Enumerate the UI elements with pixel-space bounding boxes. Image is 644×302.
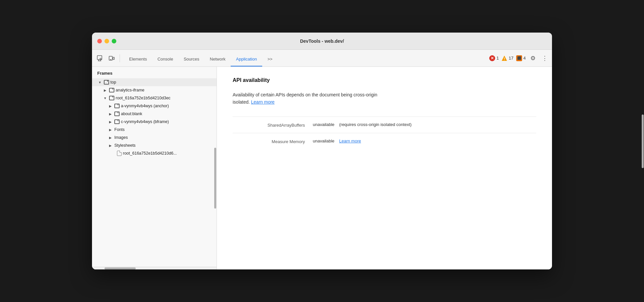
tree-item-top[interactable]: ▼ top <box>92 78 217 86</box>
error-icon: ✕ <box>489 55 495 61</box>
tab-bar: Elements Console Sources Network Applica… <box>124 50 278 66</box>
settings-button[interactable]: ⚙ <box>528 54 538 63</box>
frame-icon-top <box>104 80 109 85</box>
tree-item-images[interactable]: ▶ Images <box>92 134 217 141</box>
tab-console[interactable]: Console <box>152 52 178 66</box>
info-icon: ⬛ <box>516 55 522 61</box>
frame-icon-anchor <box>114 104 120 108</box>
sidebar-scrollbar[interactable] <box>214 67 217 269</box>
arrow-about-blank: ▶ <box>108 111 113 116</box>
tree-row-analytics[interactable]: ▶ analytics-iframe <box>92 86 217 94</box>
window-controls <box>97 39 116 43</box>
sidebar: Frames ▼ top ▶ analytics-iframe <box>92 67 217 269</box>
arrow-fonts: ▶ <box>108 127 113 132</box>
api-row-measure-memory: Measure Memory unavailable Learn more <box>233 133 536 149</box>
arrow-analytics: ▶ <box>103 88 108 93</box>
tree-row-fonts[interactable]: ▶ Fonts <box>92 126 217 134</box>
info-badge[interactable]: ⬛ 4 <box>516 55 526 61</box>
sidebar-bottom-scrollbar[interactable] <box>92 267 217 269</box>
window-title: DevTools - web.dev/ <box>300 38 344 44</box>
arrow-images: ▶ <box>108 135 113 140</box>
file-icon-root <box>117 151 122 156</box>
tab-network[interactable]: Network <box>205 52 231 66</box>
tab-more[interactable]: >> <box>262 52 278 66</box>
measure-memory-label: Measure Memory <box>233 138 305 144</box>
devtools-window: DevTools - web.dev/ Elements <box>92 33 552 269</box>
tree-item-analytics[interactable]: ▶ analytics-iframe <box>92 86 217 94</box>
tree-item-about-blank[interactable]: ▶ about:blank <box>92 110 217 118</box>
more-options-button[interactable]: ⋮ <box>540 54 549 63</box>
tree-row-images[interactable]: ▶ Images <box>92 134 217 141</box>
arrow-root: ▼ <box>103 95 108 101</box>
api-row-shared-array-buffers: SharedArrayBuffers unavailable (requires… <box>233 116 536 133</box>
sidebar-scrollbar-thumb <box>214 148 216 209</box>
sidebar-bottom-scrollbar-thumb <box>104 267 136 269</box>
svg-text:!: ! <box>504 57 505 61</box>
warning-icon: ! <box>501 55 507 61</box>
tree-row-root-file[interactable]: root_616a752e1b5d4210d6... <box>92 149 217 157</box>
tree-item-fonts[interactable]: ▶ Fonts <box>92 126 217 134</box>
shared-array-buffers-label: SharedArrayBuffers <box>233 122 305 128</box>
learn-more-link-1[interactable]: Learn more <box>251 99 275 105</box>
tree-row-about-blank[interactable]: ▶ about:blank <box>92 110 217 118</box>
tree-row-root[interactable]: ▼ root_616a752e1b5d4210d3ec <box>92 94 217 102</box>
tree-row-bframe[interactable]: ▶ c-vynmy4vb4wys (bframe) <box>92 118 217 126</box>
tree-row-stylesheets[interactable]: ▶ Stylesheets <box>92 141 217 149</box>
arrow-top: ▼ <box>97 80 103 85</box>
tree-item-bframe[interactable]: ▶ c-vynmy4vb4wys (bframe) <box>92 118 217 126</box>
toolbar-right: ✕ 1 ! 17 ⬛ 4 ⚙ ⋮ <box>489 54 549 63</box>
tree-item-anchor[interactable]: ▶ a-vynmy4vb4wys (anchor) <box>92 102 217 110</box>
api-table: SharedArrayBuffers unavailable (requires… <box>233 116 536 149</box>
close-button[interactable] <box>97 39 102 43</box>
tab-elements[interactable]: Elements <box>124 52 152 66</box>
tab-sources[interactable]: Sources <box>178 52 205 66</box>
device-icon[interactable] <box>106 53 117 63</box>
minimize-button[interactable] <box>104 39 109 43</box>
toolbar: Elements Console Sources Network Applica… <box>92 50 552 67</box>
api-availability-title: API availability <box>233 77 536 83</box>
warning-badge[interactable]: ! 17 <box>501 55 513 61</box>
frame-icon-root <box>109 96 114 100</box>
maximize-button[interactable] <box>112 39 116 43</box>
frame-icon-analytics <box>109 88 114 92</box>
inspect-icon[interactable] <box>95 53 105 63</box>
frame-icon-about-blank <box>114 112 120 116</box>
main-panel: API availability Availability of certain… <box>217 67 552 269</box>
tree-row-anchor[interactable]: ▶ a-vynmy4vb4wys (anchor) <box>92 102 217 110</box>
toolbar-separator <box>120 54 120 62</box>
content-area: Frames ▼ top ▶ analytics-iframe <box>92 67 552 269</box>
frame-icon-bframe <box>114 119 120 124</box>
tree-item-stylesheets[interactable]: ▶ Stylesheets <box>92 141 217 149</box>
shared-array-buffers-value: unavailable (requires cross-origin isola… <box>313 122 536 127</box>
frames-header: Frames <box>92 67 217 78</box>
api-description: Availability of certain APIs depends on … <box>233 91 536 106</box>
measure-memory-value: unavailable Learn more <box>313 138 536 143</box>
error-badge[interactable]: ✕ 1 <box>489 55 499 61</box>
arrow-anchor: ▶ <box>108 103 113 109</box>
arrow-bframe: ▶ <box>108 119 113 124</box>
titlebar: DevTools - web.dev/ <box>92 33 552 50</box>
svg-rect-6 <box>113 57 114 60</box>
tab-application[interactable]: Application <box>231 52 262 66</box>
tree-item-root-file[interactable]: root_616a752e1b5d4210d6... <box>92 149 217 157</box>
arrow-stylesheets: ▶ <box>108 143 113 148</box>
learn-more-link-2[interactable]: Learn more <box>339 138 361 143</box>
tree-item-root[interactable]: ▼ root_616a752e1b5d4210d3ec <box>92 94 217 102</box>
tree-row-top[interactable]: ▼ top <box>92 78 217 86</box>
